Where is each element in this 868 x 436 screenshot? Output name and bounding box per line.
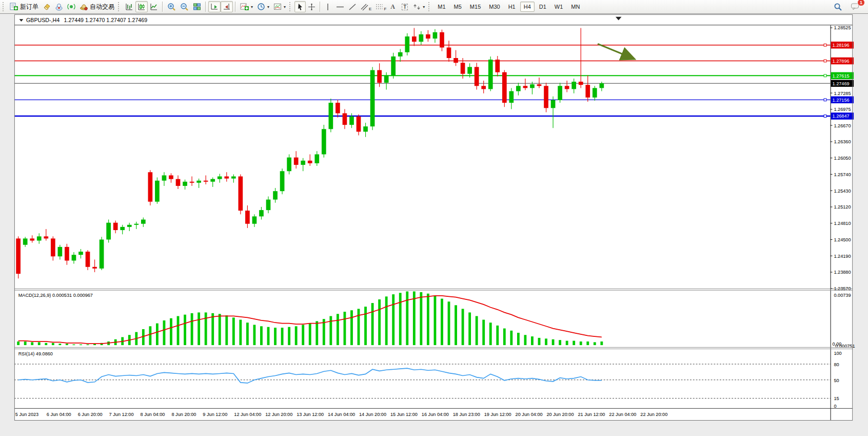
price-tick-label: 1.27285 <box>834 91 851 96</box>
candle <box>58 247 63 256</box>
line-handle[interactable] <box>824 60 826 62</box>
timeframe-button-H4[interactable]: H4 <box>520 2 535 12</box>
timeframe-button-M1[interactable]: M1 <box>434 2 449 12</box>
timeframe-button-M30[interactable]: M30 <box>485 2 503 12</box>
macd-bar <box>315 321 318 345</box>
fibonacci-tool-button[interactable]: F <box>373 1 388 12</box>
auto-scroll-button[interactable] <box>208 1 221 12</box>
candle <box>196 181 201 183</box>
time-axis-label: 8 Jun 20:00 <box>171 412 196 417</box>
macd-bar <box>149 326 151 345</box>
tile-windows-button[interactable] <box>191 1 203 12</box>
timeframe-button-H1[interactable]: H1 <box>505 2 519 12</box>
macd-bar <box>489 323 492 345</box>
price-tick-label: 1.26050 <box>834 156 851 161</box>
candle <box>134 224 139 225</box>
rsi-axis-label: 15 <box>834 396 839 401</box>
macd-bar <box>253 325 256 345</box>
line-chart-mode-button[interactable] <box>148 1 160 12</box>
timeframe-button-M5[interactable]: M5 <box>450 2 465 12</box>
vertical-line-tool-button[interactable] <box>323 1 334 12</box>
zoom-in-button[interactable] <box>165 1 178 12</box>
line-handle[interactable] <box>824 74 826 77</box>
macd-bar <box>52 343 54 345</box>
price-tick-label: 1.24190 <box>834 254 851 259</box>
price-tick-label: 1.23880 <box>834 270 851 275</box>
candle <box>169 175 173 179</box>
timeframe-button-MN[interactable]: MN <box>567 2 583 12</box>
price-tick-label: 1.24500 <box>834 237 851 242</box>
horizontal-line-tool-button[interactable] <box>334 1 346 12</box>
macd-bar <box>80 345 82 345</box>
macd-bar <box>337 314 339 345</box>
time-axis-label: 6 Jun 20:00 <box>78 412 103 417</box>
macd-bar <box>586 342 589 345</box>
timeframe-button-D1[interactable]: D1 <box>536 2 550 12</box>
line-handle[interactable] <box>824 99 826 101</box>
macd-bar <box>392 294 394 345</box>
tile-windows-icon <box>193 3 201 11</box>
line-handle[interactable] <box>824 115 826 118</box>
zoom-out-button[interactable] <box>178 1 191 12</box>
timeframe-button-W1[interactable]: W1 <box>551 2 567 12</box>
candle <box>308 161 312 163</box>
dropdown-arrow-icon: ▾ <box>251 5 253 9</box>
trendline-icon <box>348 3 357 11</box>
macd-bar <box>225 315 228 345</box>
macd-bar <box>364 307 367 345</box>
toolbar-grip <box>428 2 432 11</box>
candle <box>419 34 424 42</box>
macd-bar <box>211 313 214 345</box>
chart-shift-button[interactable] <box>221 1 233 12</box>
crosshair-tool-button[interactable] <box>306 1 318 12</box>
periods-button[interactable]: ▾ <box>255 1 271 12</box>
text-label-tool-button[interactable]: T <box>400 1 411 12</box>
profiles-button[interactable] <box>53 1 65 12</box>
candle <box>600 83 604 88</box>
candle <box>266 200 271 210</box>
search-button[interactable] <box>832 1 844 12</box>
auto-trading-button[interactable]: 自动交易 <box>77 1 116 12</box>
candle <box>155 181 160 202</box>
candle <box>571 82 576 89</box>
cursor-tool-button[interactable] <box>294 1 306 12</box>
candle <box>585 85 590 98</box>
notifications-button[interactable]: 1 <box>849 1 862 12</box>
chart-shift-icon <box>223 3 231 11</box>
price-badge-label: 1.26847 <box>833 113 850 119</box>
arrows-tool-button[interactable]: ▾ <box>411 1 427 12</box>
candle <box>343 113 347 125</box>
macd-bar <box>163 320 166 345</box>
price-badge-label: 1.28196 <box>833 43 850 48</box>
text-tool-button[interactable]: A <box>388 1 400 12</box>
macd-bar <box>468 312 471 345</box>
macd-bar <box>434 296 437 345</box>
macd-bar <box>329 316 332 346</box>
macd-bar <box>531 336 534 345</box>
bar-chart-mode-button[interactable] <box>123 1 135 12</box>
time-axis[interactable]: 5 Jun 20236 Jun 04:006 Jun 20:007 Jun 12… <box>15 412 667 417</box>
trendline-tool-button[interactable] <box>346 1 359 12</box>
macd-bar <box>441 299 443 345</box>
macd-bar <box>496 326 499 345</box>
clock-icon <box>257 3 265 11</box>
timeframe-button-M15[interactable]: M15 <box>466 2 484 12</box>
toolbar-separator <box>205 2 206 12</box>
new-order-button[interactable]: 新订单 <box>8 1 41 12</box>
line-handle[interactable] <box>824 44 826 46</box>
templates-button[interactable]: ▾ <box>271 1 288 12</box>
macd-bar <box>274 328 277 345</box>
dropdown-arrow-icon: ▾ <box>423 5 425 9</box>
equidistant-channel-tool-button[interactable]: E <box>359 1 373 12</box>
eraser-button[interactable] <box>41 1 53 12</box>
candlestick-icon <box>137 3 146 11</box>
macd-bar <box>413 291 416 345</box>
candle <box>162 175 167 180</box>
candlestick-mode-button[interactable] <box>135 1 148 12</box>
signals-button[interactable] <box>65 1 77 12</box>
arrows-icon <box>413 3 421 11</box>
macd-bar <box>580 342 582 345</box>
indicators-button[interactable]: ▾ <box>238 1 255 12</box>
candle <box>301 161 305 165</box>
candle <box>593 88 597 97</box>
